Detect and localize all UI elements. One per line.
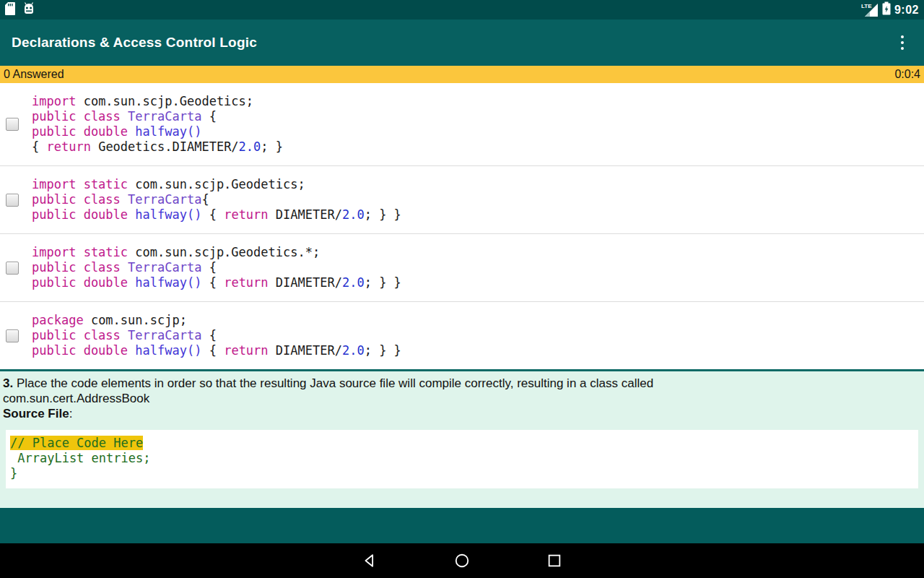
- status-bar-right: LTE 9:02: [863, 1, 919, 18]
- status-bar-left: [5, 2, 35, 18]
- source-code-line: ArrayList entries;: [10, 451, 915, 466]
- source-file-colon: :: [69, 407, 73, 420]
- source-code-line: }: [10, 466, 915, 481]
- question-number: 3.: [3, 376, 13, 390]
- page-title: Declarations & Access Control Logic: [12, 35, 257, 51]
- home-button-icon[interactable]: [453, 552, 471, 569]
- recents-button-icon[interactable]: [546, 552, 563, 569]
- app-screen: LTE 9:02 Declarations & Access Control L…: [0, 0, 924, 578]
- option-checkbox[interactable]: [6, 118, 19, 131]
- back-button-icon[interactable]: [361, 552, 378, 569]
- android-navbar: [0, 543, 924, 578]
- answer-option[interactable]: import static com.sun.scjp.Geodetics.*;p…: [0, 233, 924, 301]
- option-code: import com.sun.scjp.Geodetics;public cla…: [32, 94, 283, 155]
- progress-bar: 0 Answered 0:0:4: [0, 66, 924, 83]
- status-bar: LTE 9:02: [0, 0, 924, 20]
- question-text: 3. Place the code elements in order so t…: [3, 376, 921, 421]
- source-code-box[interactable]: // Place Code Here ArrayList entries;}: [6, 430, 918, 488]
- network-type-label: LTE: [861, 3, 872, 9]
- question-section: 3. Place the code elements in order so t…: [0, 369, 924, 508]
- android-debug-icon: [23, 2, 35, 18]
- lte-signal-icon: LTE: [863, 3, 879, 17]
- footer-strip: [0, 508, 924, 543]
- battery-charging-icon: [882, 1, 891, 18]
- overflow-menu-icon[interactable]: [888, 28, 917, 57]
- option-checkbox[interactable]: [6, 329, 19, 342]
- answer-option[interactable]: import com.sun.scjp.Geodetics;public cla…: [0, 83, 924, 165]
- source-file-label: Source File: [3, 407, 69, 420]
- options-list: import com.sun.scjp.Geodetics;public cla…: [0, 83, 924, 369]
- question-class-name: com.sun.cert.AddressBook: [3, 392, 149, 405]
- option-code: import static com.sun.scjp.Geodetics;pub…: [32, 177, 401, 223]
- answer-option[interactable]: package com.sun.scjp;public class TerraC…: [0, 301, 924, 369]
- option-checkbox[interactable]: [6, 262, 19, 275]
- timer-text: 0:0:4: [894, 68, 920, 81]
- clock-text: 9:02: [894, 4, 919, 17]
- answered-count: 0 Answered: [4, 68, 64, 81]
- answer-option[interactable]: import static com.sun.scjp.Geodetics;pub…: [0, 165, 924, 233]
- sdcard-icon: [5, 2, 15, 18]
- app-bar: Declarations & Access Control Logic: [0, 20, 924, 66]
- option-checkbox[interactable]: [6, 194, 19, 207]
- source-code-line: // Place Code Here: [10, 436, 915, 451]
- option-code: import static com.sun.scjp.Geodetics.*;p…: [32, 245, 401, 290]
- question-body: Place the code elements in order so that…: [13, 376, 653, 390]
- option-code: package com.sun.scjp;public class TerraC…: [32, 313, 401, 358]
